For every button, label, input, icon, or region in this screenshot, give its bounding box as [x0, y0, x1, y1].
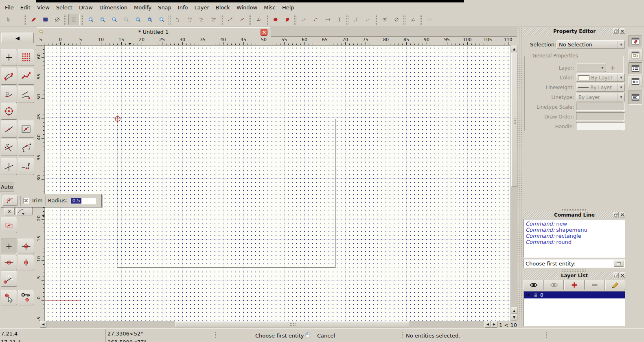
- dim-label-button[interactable]: 20: [424, 14, 436, 25]
- solid-fill-button[interactable]: [270, 14, 281, 25]
- menu-misc[interactable]: Misc: [261, 4, 279, 11]
- coord-cartesian-rel-button[interactable]: @x,y: [184, 14, 196, 25]
- snap-middle-button[interactable]: [1, 121, 17, 138]
- horizontal-scrollbar[interactable]: ◀ ◀ ▶: [40, 321, 497, 328]
- handle-input[interactable]: [576, 122, 625, 130]
- snap-distance-button[interactable]: [1, 158, 17, 175]
- menu-draw[interactable]: Draw: [76, 4, 96, 11]
- float-panel-button[interactable]: [613, 28, 619, 34]
- lineweight-combobox[interactable]: By Layer ▼: [576, 83, 625, 92]
- set-position-button[interactable]: [1, 290, 17, 305]
- show-all-layers-button[interactable]: [524, 280, 543, 290]
- menu-modify[interactable]: Modify: [131, 4, 155, 11]
- snap-intersection-button[interactable]: [1, 139, 17, 156]
- dim-vertical-button[interactable]: [334, 14, 345, 25]
- float-panel-button[interactable]: [613, 272, 619, 278]
- close-panel-button[interactable]: [620, 212, 625, 217]
- dim-angular-button[interactable]: [407, 14, 419, 25]
- scroll-right-button[interactable]: ▶: [491, 321, 497, 328]
- command-input[interactable]: Choose first entity:: [524, 259, 625, 268]
- rectangle-entity[interactable]: [118, 119, 335, 268]
- color-combobox[interactable]: By Layer ▼: [576, 73, 625, 82]
- vertical-scrollbar[interactable]: ▲ ▲ ▼: [510, 46, 517, 321]
- scroll-down-button[interactable]: ▼: [511, 314, 517, 320]
- edit-layer-button[interactable]: [605, 280, 625, 290]
- menu-select[interactable]: Select: [53, 4, 76, 11]
- scroll-left-button[interactable]: ◀: [40, 321, 46, 328]
- document-tab[interactable]: * Untitled 1: [36, 27, 271, 37]
- line-angle-button[interactable]: [237, 14, 248, 25]
- command-history[interactable]: Command: newCommand: shapemenuCommand: r…: [524, 219, 625, 258]
- snap-endpoints-button[interactable]: [1, 68, 17, 85]
- drawing-canvas[interactable]: [45, 46, 510, 321]
- snap-reference-button[interactable]: [18, 121, 34, 138]
- grid-toggle-button[interactable]: [68, 14, 80, 25]
- select-arrow-button[interactable]: [2, 14, 14, 25]
- hide-all-layers-button[interactable]: [544, 280, 564, 290]
- zoom-auto-button[interactable]: [109, 14, 120, 25]
- linetype-combobox[interactable]: By Layer ▼: [576, 93, 625, 101]
- dim-aligned-button[interactable]: [298, 14, 310, 25]
- solid-rounded-button[interactable]: [282, 14, 293, 25]
- draw-order-input[interactable]: [576, 112, 625, 121]
- zoom-out-button[interactable]: [97, 14, 108, 25]
- tab-close-button[interactable]: [261, 29, 267, 36]
- snap-grid-button[interactable]: [18, 49, 34, 66]
- line-two-points-button[interactable]: [225, 14, 236, 25]
- snap-free-button[interactable]: [1, 49, 17, 66]
- zoom-in-button[interactable]: [85, 14, 96, 25]
- restrict-orthogonal-button[interactable]: [18, 239, 34, 254]
- property-editor-titlebar[interactable]: Property Editor: [523, 28, 626, 35]
- block-list-toggle-button[interactable]: [629, 49, 642, 61]
- menu-info[interactable]: Info: [175, 4, 191, 11]
- dock-splitter-handle[interactable]: [562, 208, 586, 211]
- menu-help[interactable]: Help: [279, 4, 298, 11]
- snap-intersection-manual-button[interactable]: 12: [18, 139, 34, 156]
- scroll-left-button-2[interactable]: ◀: [484, 321, 491, 328]
- menu-snap[interactable]: Snap: [155, 4, 175, 11]
- menu-layer[interactable]: Layer: [191, 4, 212, 11]
- restrict-vertical-button[interactable]: [18, 255, 34, 270]
- command-options-button[interactable]: [613, 260, 624, 267]
- snap-extra-button[interactable]: [16, 206, 33, 215]
- snap-coordinate-button[interactable]: [18, 158, 34, 175]
- menu-block[interactable]: Block: [212, 4, 233, 11]
- layer-row[interactable]: 0: [524, 292, 625, 298]
- scroll-up-button-2[interactable]: ▲: [511, 307, 517, 314]
- zoom-previous-button[interactable]: [132, 14, 144, 25]
- coord-polar-button[interactable]: r<a: [196, 14, 208, 25]
- snap-back-button[interactable]: ◀: [1, 33, 34, 43]
- selection-combobox[interactable]: No Selection ▼: [556, 40, 625, 49]
- dim-horizontal-button[interactable]: [322, 14, 333, 25]
- select-window-button[interactable]: [40, 14, 51, 25]
- property-editor-toggle-button[interactable]: [629, 35, 642, 47]
- horizontal-scrollbar-thumb[interactable]: [175, 321, 409, 327]
- dock-splitter-handle[interactable]: [517, 27, 522, 328]
- layer-list[interactable]: 0: [524, 291, 625, 326]
- angle-three-points-button[interactable]: [253, 14, 265, 25]
- coord-cartesian-button[interactable]: x,y: [173, 14, 184, 25]
- layer-list-titlebar[interactable]: Layer List: [523, 272, 626, 279]
- add-layer-button[interactable]: [564, 280, 584, 290]
- lock-relative-zero-button[interactable]: [18, 290, 34, 305]
- menu-edit[interactable]: Edit: [17, 4, 34, 11]
- dim-leader-bent-button[interactable]: [310, 14, 322, 25]
- close-panel-button[interactable]: [620, 28, 625, 34]
- trim-checkbox[interactable]: [23, 198, 29, 204]
- restrict-horizontal-button[interactable]: [1, 255, 17, 270]
- menu-window[interactable]: Window: [233, 4, 261, 11]
- command-line-toggle-button[interactable]: [629, 90, 642, 105]
- edit-pencil-button[interactable]: [28, 14, 39, 25]
- zoom-pan-button[interactable]: [156, 14, 167, 25]
- dim-leader-button[interactable]: [362, 14, 374, 25]
- snap-on-entity-button[interactable]: [18, 68, 34, 85]
- linetype-scale-input[interactable]: [576, 103, 625, 111]
- snap-tangent-button[interactable]: [18, 86, 34, 103]
- snap-menu-close-button[interactable]: x: [4, 207, 15, 215]
- zoom-window-button[interactable]: [144, 14, 156, 25]
- vertical-scrollbar-thumb[interactable]: [511, 53, 517, 187]
- coord-polar-rel-button[interactable]: @r<a: [208, 14, 219, 25]
- snap-perpendicular-button[interactable]: [1, 86, 17, 103]
- dock-splitter-handle[interactable]: [562, 269, 586, 272]
- round-tool-button[interactable]: [2, 195, 18, 206]
